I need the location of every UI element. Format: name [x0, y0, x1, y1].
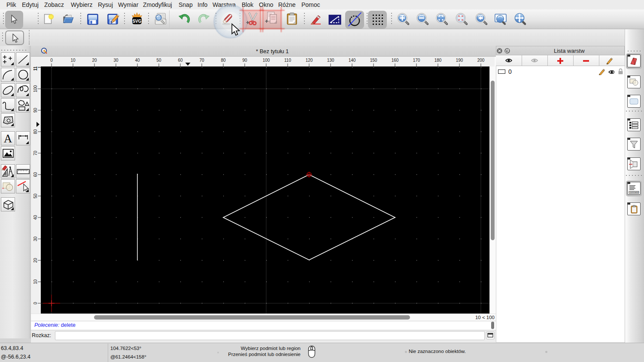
svg-text:50: 50 [156, 57, 161, 62]
svg-text:70: 70 [33, 151, 38, 156]
svg-text:110: 110 [284, 57, 291, 62]
svg-text:10: 10 [33, 279, 38, 284]
svg-text:190: 190 [456, 57, 463, 62]
svg-text:150: 150 [370, 57, 377, 62]
svg-text:80: 80 [33, 129, 38, 134]
svg-text:SVG: SVG [132, 19, 141, 24]
svg-text:60: 60 [178, 57, 183, 62]
svg-text:30: 30 [33, 236, 38, 241]
svg-text:20: 20 [33, 258, 38, 263]
svg-text:180: 180 [434, 57, 442, 62]
svg-text:200: 200 [477, 57, 485, 62]
svg-text:20: 20 [92, 57, 97, 62]
svg-text:140: 140 [349, 57, 356, 62]
svg-text:A: A [4, 132, 12, 145]
svg-text:170: 170 [413, 57, 420, 62]
svg-text:0: 0 [50, 57, 53, 62]
svg-text:0: 0 [33, 302, 38, 305]
svg-text:100: 100 [33, 85, 38, 92]
svg-text:160: 160 [392, 57, 399, 62]
svg-text:40: 40 [33, 215, 38, 220]
svg-text:10: 10 [70, 57, 76, 62]
svg-text:command: command [630, 191, 638, 193]
svg-text:30: 30 [113, 57, 118, 62]
svg-text:60: 60 [33, 172, 38, 177]
svg-text:80: 80 [221, 57, 226, 62]
svg-text:40: 40 [135, 57, 140, 62]
svg-text:70: 70 [199, 57, 204, 62]
svg-text:50: 50 [33, 193, 38, 199]
svg-text:90: 90 [242, 57, 247, 62]
svg-text:120: 120 [306, 57, 313, 62]
svg-text:90: 90 [33, 108, 38, 113]
svg-text:110: 110 [33, 66, 38, 71]
svg-text:130: 130 [327, 57, 334, 62]
svg-text:100: 100 [263, 57, 270, 62]
